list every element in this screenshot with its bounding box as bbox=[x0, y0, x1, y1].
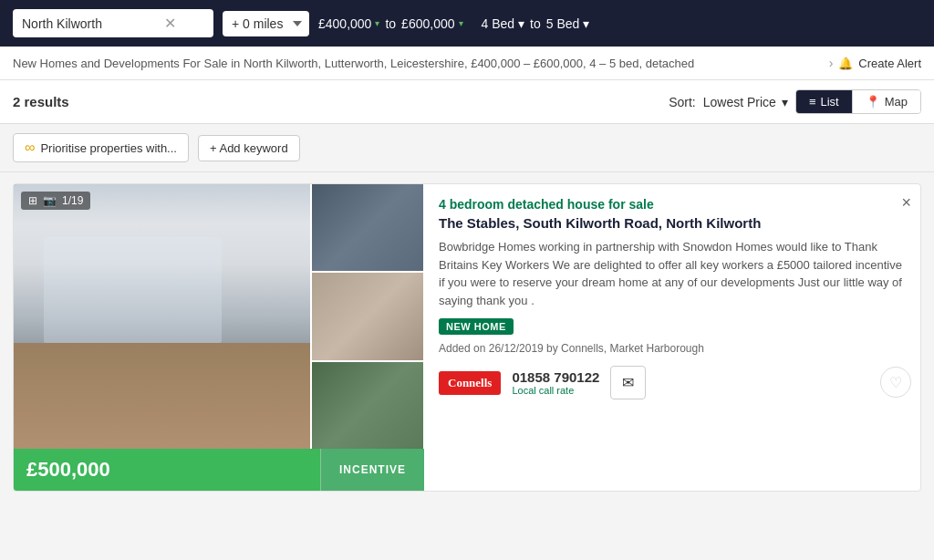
thumbnail-2[interactable] bbox=[312, 273, 423, 359]
list-icon: ≡ bbox=[809, 95, 816, 109]
listing-images-wrapper: ⊞ 📷 1/19 £500,000 INCENTIVE bbox=[14, 184, 424, 491]
price-max-button[interactable]: £600,000 ▾ bbox=[401, 16, 462, 31]
image-counter: ⊞ 📷 1/19 bbox=[21, 192, 90, 210]
price-row: £500,000 INCENTIVE bbox=[14, 449, 424, 491]
bed-min-button[interactable]: 4 Bed ▾ bbox=[482, 16, 525, 31]
listing-card: ⊞ 📷 1/19 £500,000 INCENTIVE × 4 bedroom bbox=[13, 183, 921, 492]
agent-logo: Connells bbox=[439, 371, 501, 395]
thumbnail-3[interactable] bbox=[312, 362, 423, 449]
sort-select-button[interactable]: Lowest Price ▾ bbox=[703, 95, 788, 109]
price-range: £400,000 ▾ to £600,000 ▾ bbox=[318, 16, 463, 31]
list-view-button[interactable]: ≡ List bbox=[796, 90, 852, 113]
sort-label: Sort: bbox=[669, 95, 696, 109]
bed-to-label: to bbox=[530, 16, 541, 31]
email-button[interactable]: ✉ bbox=[610, 366, 646, 399]
search-bar: ✕ + 0 miles £400,000 ▾ to £600,000 ▾ 4 B… bbox=[0, 0, 934, 47]
clear-location-icon[interactable]: ✕ bbox=[164, 15, 176, 32]
new-home-badge: NEW HOME bbox=[439, 318, 514, 335]
create-alert-button[interactable]: › 🔔 Create Alert bbox=[829, 56, 921, 70]
results-bar: 2 results Sort: Lowest Price ▾ ≡ List 📍 … bbox=[0, 80, 934, 124]
floorplan-icon: ⊞ bbox=[28, 194, 37, 207]
close-button[interactable]: × bbox=[901, 193, 911, 213]
prioritise-button[interactable]: ∞ Prioritise properties with... bbox=[13, 133, 189, 162]
listing-title[interactable]: 4 bedroom detached house for sale bbox=[439, 197, 906, 212]
bed-max-button[interactable]: 5 Bed ▾ bbox=[546, 16, 590, 31]
email-icon: ✉ bbox=[622, 375, 634, 390]
agent-row: Connells 01858 790122 Local call rate ✉ bbox=[439, 366, 906, 399]
listing-description: Bowbridge Homes working in partnership w… bbox=[439, 238, 906, 309]
location-input[interactable] bbox=[22, 16, 159, 31]
price-min-arrow: ▾ bbox=[375, 18, 379, 28]
bed-range: 4 Bed ▾ to 5 Bed ▾ bbox=[482, 16, 590, 31]
chevron-right-icon: › bbox=[829, 56, 834, 70]
images-grid[interactable]: ⊞ 📷 1/19 bbox=[14, 184, 424, 449]
map-pin-icon: 📍 bbox=[866, 95, 880, 109]
main-image[interactable]: ⊞ 📷 1/19 bbox=[14, 184, 310, 449]
bed-max-arrow: ▾ bbox=[583, 16, 589, 31]
sort-controls: Sort: Lowest Price ▾ ≡ List 📍 Map bbox=[669, 89, 921, 114]
radius-select[interactable]: + 0 miles bbox=[223, 11, 309, 36]
bed-min-arrow: ▾ bbox=[518, 16, 524, 31]
search-description: New Homes and Developments For Sale in N… bbox=[13, 57, 811, 70]
results-count: 2 results bbox=[13, 94, 69, 109]
price-min-button[interactable]: £400,000 ▾ bbox=[318, 16, 379, 31]
camera-icon: 📷 bbox=[43, 194, 57, 207]
description-bar: New Homes and Developments For Sale in N… bbox=[0, 47, 934, 80]
price-to-label: to bbox=[385, 16, 396, 31]
add-keyword-button[interactable]: + Add keyword bbox=[198, 135, 300, 161]
filter-bar: ∞ Prioritise properties with... + Add ke… bbox=[0, 124, 934, 172]
agent-contact: 01858 790122 Local call rate bbox=[512, 369, 599, 396]
price-max-arrow: ▾ bbox=[459, 18, 463, 28]
listing-detail: × 4 bedroom detached house for sale The … bbox=[424, 184, 920, 491]
location-input-wrapper: ✕ bbox=[13, 9, 213, 37]
favourite-button[interactable]: ♡ bbox=[880, 367, 911, 398]
incentive-button[interactable]: INCENTIVE bbox=[320, 449, 424, 491]
heart-icon: ♡ bbox=[889, 374, 902, 391]
view-toggle: ≡ List 📍 Map bbox=[795, 89, 921, 114]
map-view-button[interactable]: 📍 Map bbox=[852, 90, 920, 113]
main-image-placeholder bbox=[14, 184, 310, 449]
thumbnail-1[interactable] bbox=[312, 184, 423, 271]
agent-phone[interactable]: 01858 790122 bbox=[512, 369, 599, 385]
bell-icon: 🔔 bbox=[838, 57, 853, 70]
agent-rate: Local call rate bbox=[512, 385, 599, 396]
infinity-icon: ∞ bbox=[25, 140, 35, 156]
thumbnail-column bbox=[312, 184, 423, 449]
listing-address: The Stables, South Kilworth Road, North … bbox=[439, 215, 906, 231]
sort-arrow-icon: ▾ bbox=[782, 95, 788, 109]
added-info: Added on 26/12/2019 by Connells, Market … bbox=[439, 342, 906, 355]
listing-price: £500,000 bbox=[14, 449, 320, 491]
